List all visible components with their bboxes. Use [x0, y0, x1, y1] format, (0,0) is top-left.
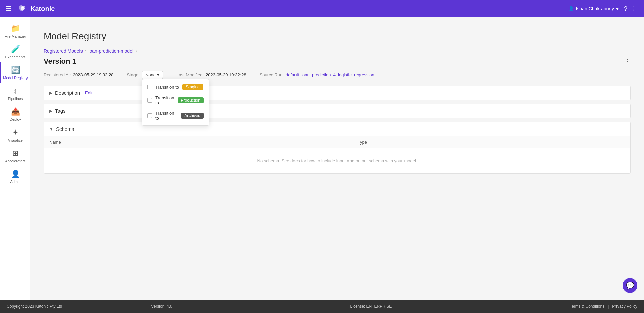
production-badge: Production — [178, 97, 204, 103]
sidebar-item-visualize[interactable]: ✦ Visualize — [0, 125, 30, 146]
description-section: ▶ Description Edit — [44, 86, 631, 100]
archived-transition-label: Transition to — [155, 111, 178, 121]
stage-dropdown-menu: Transition to Staging Transition to Prod… — [142, 79, 209, 126]
stage-chevron-icon: ▾ — [157, 72, 159, 77]
visualize-icon: ✦ — [12, 128, 18, 137]
footer-copyright: Copyright 2023 Katonic Pty Ltd — [7, 304, 62, 309]
schema-chevron-icon: ▼ — [49, 127, 53, 132]
staging-badge: Staging — [182, 84, 203, 90]
schema-col-type: Type — [352, 136, 630, 148]
footer: Copyright 2023 Katonic Pty Ltd Version: … — [0, 300, 644, 313]
description-chevron-icon: ▶ — [49, 91, 52, 95]
tags-label: Tags — [55, 108, 66, 114]
stage-dropdown-wrapper: None ▾ Transition to Staging Transition … — [142, 71, 163, 79]
deploy-icon: 📤 — [11, 107, 20, 116]
sidebar-item-admin[interactable]: 👤 Admin — [0, 166, 30, 187]
last-modified-value: 2023-05-29 19:32:28 — [206, 72, 246, 77]
footer-license: License: ENTERPRISE — [350, 304, 392, 309]
menu-icon[interactable]: ☰ — [5, 5, 11, 13]
sidebar-item-file-manager[interactable]: 📁 File Manager — [0, 21, 30, 42]
logo-text: Katonic — [30, 5, 55, 13]
schema-col-name: Name — [44, 136, 352, 148]
sidebar: 📁 File Manager 🧪 Experiments 🔄 Model Reg… — [0, 17, 30, 300]
source-run-link[interactable]: default_loan_prediction_4_logistic_regre… — [286, 72, 374, 77]
user-menu[interactable]: 👤 Ishan Chakraborty ▾ — [568, 6, 619, 11]
tags-section: ▶ Tags — [44, 104, 631, 118]
version-menu-button[interactable]: ⋮ — [624, 57, 631, 65]
breadcrumb: Registered Models › loan-prediction-mode… — [44, 48, 631, 54]
sidebar-item-model-registry[interactable]: 🔄 Model Registry — [0, 62, 30, 83]
admin-icon: 👤 — [11, 170, 20, 178]
staging-transition-label: Transition to — [155, 85, 179, 90]
archived-checkbox — [147, 113, 152, 118]
user-avatar-icon: 👤 — [568, 6, 574, 11]
staging-checkbox — [147, 85, 152, 89]
stage-option-staging[interactable]: Transition to Staging — [142, 81, 209, 93]
meta-row: Registered At: 2023-05-29 19:32:28 Stage… — [44, 71, 631, 79]
tags-header[interactable]: ▶ Tags — [44, 104, 630, 118]
sidebar-label-admin: Admin — [10, 180, 20, 184]
logo-icon — [17, 3, 28, 14]
stage-item: Stage: None ▾ Transition to Staging Tran… — [127, 71, 163, 79]
expand-icon[interactable]: ⛶ — [633, 5, 639, 12]
sidebar-label-pipelines: Pipelines — [8, 97, 23, 101]
chat-icon: 💬 — [626, 281, 634, 290]
source-run-label: Source Run: — [260, 72, 284, 77]
production-transition-label: Transition to — [155, 95, 174, 105]
stage-value: None — [145, 72, 156, 77]
schema-table: Name Type No schema. See docs for how to… — [44, 136, 630, 173]
breadcrumb-sep-2: › — [136, 48, 137, 54]
file-manager-icon: 📁 — [11, 24, 20, 33]
sidebar-label-deploy: Deploy — [10, 117, 21, 121]
registered-at-item: Registered At: 2023-05-29 19:32:28 — [44, 72, 113, 77]
production-checkbox — [147, 98, 152, 103]
footer-terms-link[interactable]: Terms & Conditions — [570, 304, 604, 309]
description-label: Description — [55, 90, 80, 96]
footer-privacy-link[interactable]: Privacy Policy — [612, 304, 637, 309]
sidebar-label-file-manager: File Manager — [5, 34, 26, 38]
schema-label: Schema — [56, 126, 74, 132]
sidebar-item-deploy[interactable]: 📤 Deploy — [0, 104, 30, 125]
sidebar-item-accelerators[interactable]: ⊞ Accelerators — [0, 146, 30, 166]
version-header: Version 1 ⋮ — [44, 57, 631, 66]
registered-at-label: Registered At: — [44, 72, 71, 77]
last-modified-item: Last Modified: 2023-05-29 19:32:28 — [176, 72, 246, 77]
description-edit-button[interactable]: Edit — [85, 90, 92, 95]
logo: Katonic — [17, 3, 55, 14]
main-content: Model Registry Registered Models › loan-… — [30, 17, 644, 313]
sidebar-item-experiments[interactable]: 🧪 Experiments — [0, 42, 30, 62]
tags-chevron-icon: ▶ — [49, 109, 52, 113]
topbar-right: 👤 Ishan Chakraborty ▾ ? ⛶ — [568, 5, 639, 12]
breadcrumb-model-name[interactable]: loan-prediction-model — [88, 48, 133, 54]
topbar: ☰ Katonic 👤 Ishan Chakraborty ▾ ? ⛶ — [0, 0, 644, 17]
sidebar-item-pipelines[interactable]: ↕ Pipelines — [0, 83, 30, 104]
model-registry-icon: 🔄 — [11, 66, 20, 74]
chat-widget-button[interactable]: 💬 — [623, 278, 637, 293]
breadcrumb-sep-1: › — [85, 48, 87, 54]
schema-section: ▼ Schema Name Type No schema. See docs f… — [44, 122, 631, 174]
sidebar-label-visualize: Visualize — [8, 138, 23, 142]
help-icon[interactable]: ? — [624, 5, 627, 12]
stage-option-production[interactable]: Transition to Production — [142, 93, 209, 108]
page-title: Model Registry — [44, 31, 631, 42]
sidebar-label-accelerators: Accelerators — [5, 159, 25, 163]
breadcrumb-registered-models[interactable]: Registered Models — [44, 48, 83, 54]
source-run-item: Source Run: default_loan_prediction_4_lo… — [260, 72, 374, 77]
description-header[interactable]: ▶ Description Edit — [44, 86, 630, 100]
schema-header[interactable]: ▼ Schema — [44, 122, 630, 136]
archived-badge: Archived — [181, 113, 204, 119]
stage-label: Stage: — [127, 72, 140, 77]
registered-at-value: 2023-05-29 19:32:28 — [73, 72, 114, 77]
user-name: Ishan Chakraborty — [576, 6, 614, 11]
experiments-icon: 🧪 — [11, 45, 20, 54]
last-modified-label: Last Modified: — [176, 72, 204, 77]
accelerators-icon: ⊞ — [12, 149, 18, 158]
sidebar-label-model-registry: Model Registry — [3, 76, 28, 80]
stage-select-button[interactable]: None ▾ — [142, 71, 163, 79]
schema-empty-message: No schema. See docs for how to include i… — [44, 148, 630, 174]
version-title: Version 1 — [44, 57, 76, 66]
user-dropdown-chevron: ▾ — [616, 6, 619, 11]
stage-option-archived[interactable]: Transition to Archived — [142, 108, 209, 123]
pipelines-icon: ↕ — [14, 87, 17, 95]
footer-links: Terms & Conditions | Privacy Policy — [570, 304, 637, 309]
